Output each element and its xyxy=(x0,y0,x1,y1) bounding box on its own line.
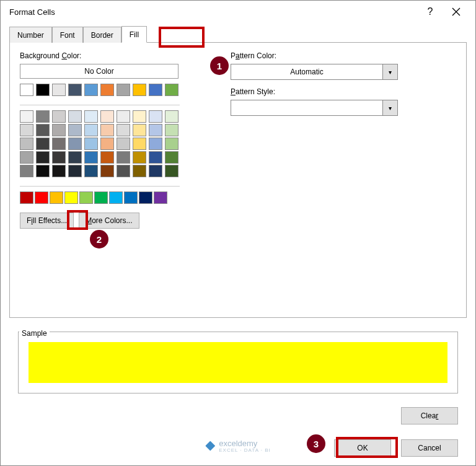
color-swatch[interactable] xyxy=(117,165,130,177)
color-swatch[interactable] xyxy=(149,84,162,96)
ok-button[interactable]: OK xyxy=(334,439,391,457)
tab-font[interactable]: Font xyxy=(52,27,83,43)
color-swatch[interactable] xyxy=(117,138,130,150)
standard-color-row xyxy=(20,191,206,204)
no-color-button[interactable]: No Color xyxy=(20,64,178,79)
color-swatch[interactable] xyxy=(20,151,33,164)
theme-color-grid xyxy=(20,110,181,183)
color-swatch[interactable] xyxy=(165,165,178,177)
color-swatch[interactable] xyxy=(52,138,66,150)
color-swatch[interactable] xyxy=(100,151,114,164)
pattern-style-dropdown[interactable]: ▾ xyxy=(231,100,398,116)
dialog-title: Format Cells xyxy=(9,7,417,17)
color-swatch[interactable] xyxy=(133,151,146,164)
color-swatch[interactable] xyxy=(35,191,48,204)
sample-preview xyxy=(18,332,458,393)
color-swatch[interactable] xyxy=(117,84,130,96)
fill-effects-button[interactable]: Fill Effects... xyxy=(20,213,74,229)
color-swatch[interactable] xyxy=(36,151,50,164)
fill-panel: Background Color: No Color Fill Effects.… xyxy=(9,43,467,318)
color-swatch[interactable] xyxy=(84,165,98,177)
color-swatch[interactable] xyxy=(84,110,98,123)
color-swatch[interactable] xyxy=(149,165,162,177)
callout-1: 1 xyxy=(210,56,229,75)
color-swatch[interactable] xyxy=(100,124,114,136)
color-swatch[interactable] xyxy=(124,191,138,204)
color-swatch[interactable] xyxy=(68,110,82,123)
color-swatch[interactable] xyxy=(84,151,98,164)
color-swatch[interactable] xyxy=(100,84,114,96)
help-button[interactable]: ? xyxy=(417,2,443,21)
color-swatch[interactable] xyxy=(133,138,146,150)
pattern-color-dropdown[interactable]: Automatic ▾ xyxy=(231,64,398,80)
color-swatch[interactable] xyxy=(109,191,123,204)
color-swatch[interactable] xyxy=(68,124,82,136)
color-swatch[interactable] xyxy=(133,165,146,177)
color-swatch[interactable] xyxy=(165,124,178,136)
close-icon xyxy=(452,7,461,16)
color-swatch[interactable] xyxy=(36,165,50,177)
color-swatch[interactable] xyxy=(154,191,167,204)
color-swatch[interactable] xyxy=(149,151,162,164)
chevron-down-icon: ▾ xyxy=(382,64,397,79)
color-swatch[interactable] xyxy=(100,138,114,150)
tab-strip: Number Font Border Fill xyxy=(9,25,467,43)
color-swatch[interactable] xyxy=(52,84,66,96)
tab-fill[interactable]: Fill xyxy=(121,26,147,43)
color-swatch[interactable] xyxy=(117,151,130,164)
callout-2: 2 xyxy=(90,230,108,248)
bg-color-label: Background Color: xyxy=(20,51,206,60)
color-swatch[interactable] xyxy=(149,124,162,136)
tab-border[interactable]: Border xyxy=(83,27,121,43)
more-colors-button[interactable]: More Colors... xyxy=(79,213,139,229)
close-button[interactable] xyxy=(443,2,469,21)
color-swatch[interactable] xyxy=(100,110,114,123)
color-swatch[interactable] xyxy=(84,84,98,96)
color-swatch[interactable] xyxy=(20,84,33,96)
color-swatch[interactable] xyxy=(36,124,50,136)
theme-color-row xyxy=(20,84,181,102)
logo-icon xyxy=(205,441,215,451)
color-swatch[interactable] xyxy=(52,124,66,136)
color-swatch[interactable] xyxy=(36,110,50,123)
color-swatch[interactable] xyxy=(165,84,178,96)
color-swatch[interactable] xyxy=(36,84,50,96)
color-swatch[interactable] xyxy=(68,138,82,150)
color-swatch[interactable] xyxy=(133,110,146,123)
color-swatch[interactable] xyxy=(68,151,82,164)
sample-fill xyxy=(29,342,447,383)
color-swatch[interactable] xyxy=(36,138,50,150)
color-swatch[interactable] xyxy=(149,110,162,123)
color-swatch[interactable] xyxy=(50,191,63,204)
color-swatch[interactable] xyxy=(139,191,152,204)
tab-number[interactable]: Number xyxy=(9,27,52,43)
color-swatch[interactable] xyxy=(79,191,93,204)
pattern-color-label: Pattern Color: xyxy=(231,51,456,60)
color-swatch[interactable] xyxy=(68,165,82,177)
color-swatch[interactable] xyxy=(133,84,146,96)
cancel-button[interactable]: Cancel xyxy=(401,439,458,457)
chevron-down-icon: ▾ xyxy=(382,100,397,115)
color-swatch[interactable] xyxy=(133,124,146,136)
color-swatch[interactable] xyxy=(165,151,178,164)
color-swatch[interactable] xyxy=(117,110,130,123)
color-swatch[interactable] xyxy=(52,151,66,164)
color-swatch[interactable] xyxy=(94,191,108,204)
color-swatch[interactable] xyxy=(20,191,33,204)
color-swatch[interactable] xyxy=(84,138,98,150)
color-swatch[interactable] xyxy=(20,124,33,136)
color-swatch[interactable] xyxy=(64,191,78,204)
color-swatch[interactable] xyxy=(84,124,98,136)
color-swatch[interactable] xyxy=(100,165,114,177)
color-swatch[interactable] xyxy=(117,124,130,136)
color-swatch[interactable] xyxy=(165,110,178,123)
color-swatch[interactable] xyxy=(20,110,33,123)
color-swatch[interactable] xyxy=(20,138,33,150)
color-swatch[interactable] xyxy=(52,110,66,123)
color-swatch[interactable] xyxy=(149,138,162,150)
color-swatch[interactable] xyxy=(52,165,66,177)
color-swatch[interactable] xyxy=(165,138,178,150)
clear-button[interactable]: Clear xyxy=(401,407,458,424)
color-swatch[interactable] xyxy=(68,84,82,96)
color-swatch[interactable] xyxy=(20,165,33,177)
